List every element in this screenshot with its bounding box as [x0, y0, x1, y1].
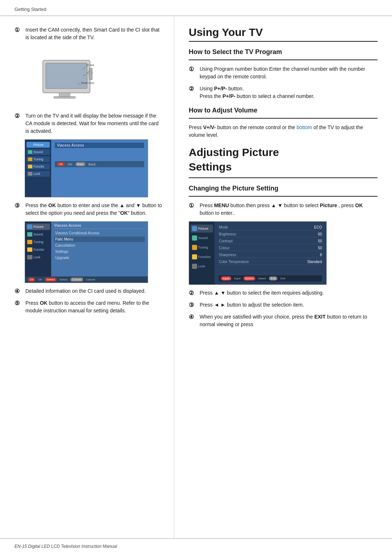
right-step-3-3: ③ Press ◄ ► button to adjust the selecti… [189, 301, 377, 309]
r-step3-2-text: Press ▲ ▼ button to select the item requ… [200, 290, 324, 296]
menu-sidebar-1: Picture Sound Tuning Functio [25, 140, 51, 197]
pic-row-contrast: Contrast 50 [219, 238, 322, 244]
right-step-3-1: ① Press MENU button.then press ▲ ▼ butto… [189, 202, 377, 217]
vv-bold: V+/V- [203, 124, 216, 130]
mf-sound-icon [27, 232, 32, 237]
picture-bold: Picture [320, 202, 337, 208]
footer-text: EN-15 Digital LED LCD Television Instruc… [15, 544, 117, 549]
step-num-2: ② [15, 112, 23, 119]
mf-lock-icon [27, 255, 32, 259]
r-step3-3-text: Press ◄ ► button to adjust the selection… [200, 302, 304, 308]
svg-rect-12 [89, 75, 90, 78]
menu-screenshot-2: Picture Sound Tuning Functio [25, 221, 148, 283]
mf-tuning-icon [27, 240, 32, 244]
left-step-5: ⑤ Press OK button to access the card men… [15, 299, 162, 315]
tuning-icon-1 [28, 157, 32, 161]
page-container: Getting Started ① Insert the CAM correct… [0, 0, 392, 554]
pic-row-color-temp: Color Temperature Standard [219, 259, 322, 265]
menu-item-sound-1: Sound [26, 149, 50, 155]
pp-bold-2: P+/P- [222, 93, 235, 99]
bottom-link[interactable]: bottom [297, 124, 312, 130]
mf-row-2: Palic Menu [54, 237, 145, 242]
mf-func-icon [27, 247, 32, 252]
breadcrumb-text: Getting Started [15, 7, 46, 12]
section2-title2: Settings [189, 161, 377, 173]
mf-row-3: Cancellation [54, 243, 145, 248]
left-step-2: ② Turn on the TV and it will display the… [15, 112, 162, 135]
step-content-4: Detailed information on the CI card used… [25, 287, 162, 295]
breadcrumb: Getting Started [0, 0, 392, 16]
pic-sidebar-func: Function [191, 253, 213, 261]
right-step-3-4: ④ When you are satisfied with your choic… [189, 313, 377, 328]
ok-bold-3b: OK [120, 210, 128, 216]
tv-diagram-container: CI Slot CAM Smart Card [25, 46, 162, 108]
step4-text: Detailed information on the CI card used… [25, 288, 146, 294]
pic-row-sharpness: Sharpness 8 [219, 252, 322, 258]
r-step-content-3-1: Press MENU button.then press ▲ ▼ button … [200, 202, 377, 217]
svg-rect-1 [46, 63, 87, 89]
menu-full-inner: Picture Sound Tuning Functio [25, 222, 148, 276]
menu-item-func-1: Functio [26, 164, 50, 169]
r-step1-text: Using Program number button Enter the ch… [200, 66, 365, 79]
step-num-3: ③ [15, 202, 23, 209]
exit-btn: Exit [269, 276, 277, 280]
left-column: ① Insert the CAM correctly, then Smart C… [0, 16, 174, 538]
subsection3-title: Changing the Picture Setting [189, 185, 377, 192]
r-step-num-3-3: ③ [189, 301, 197, 308]
pic-func-icon [192, 254, 197, 259]
mf-picture: Picture [26, 223, 50, 230]
menu-item-picture-1: Picture [26, 142, 50, 148]
step-content-3: Press the OK button to enter and use the… [25, 202, 162, 217]
ok-bold-3: OK [48, 202, 56, 208]
left-step-3: ③ Press the OK button to enter and use t… [15, 202, 162, 217]
volume-text: Press V+/V- button on the remote control… [189, 124, 377, 139]
mf-footer: Ok Ok Select Select Cancel Cancel [25, 276, 148, 283]
pic-picture-icon [192, 226, 197, 231]
step-num-5: ⑤ [15, 300, 23, 307]
main-content: ① Insert the CAM correctly, then Smart C… [0, 16, 392, 538]
svg-rect-10 [89, 68, 92, 80]
menu-footer-1: OK OK Back Back [55, 161, 144, 167]
pic-main: Mode ECO Brightness 60 Contrast 50 Colou… [215, 222, 326, 284]
r-step-num-2: ② [189, 85, 197, 92]
svg-rect-2 [59, 93, 70, 97]
pic-sidebar-lock: Lock [191, 262, 213, 270]
pic-row-mode: Mode ECO [219, 225, 322, 230]
step-num-4: ④ [15, 288, 23, 295]
ok-bold-5: OK [40, 300, 48, 306]
section2-title1: Adjusting Picture [189, 146, 377, 159]
menu-main-1: Viacess Access OK OK Back Back [51, 140, 148, 197]
r-step-num-1: ① [189, 66, 197, 73]
pic-sidebar-sound: Sound [191, 234, 213, 242]
right-step-3-2: ② Press ▲ ▼ button to select the item re… [189, 289, 377, 297]
mf-row-4: Settings [54, 249, 145, 254]
left-step-4: ④ Detailed information on the CI card us… [15, 287, 162, 295]
pic-sidebar-tuning: Tuning [191, 243, 213, 251]
subsection2-divider [189, 118, 377, 119]
svg-text:CI Slot: CI Slot [86, 64, 94, 66]
ok-btn-1: OK [57, 162, 65, 166]
r-step-content-3-2: Press ▲ ▼ button to select the item requ… [200, 289, 377, 297]
func-icon-1 [28, 165, 32, 168]
menu-bold: MENU [214, 202, 229, 208]
mf-row-1: Viacess Conditional Access [54, 230, 145, 236]
left-step-1: ① Insert the CAM correctly, then Smart C… [15, 26, 162, 41]
r-step-num-3-2: ② [189, 290, 197, 296]
pp-bold-1: P+/P- [214, 86, 227, 91]
right-step-1: ① Using Program number button Enter the … [189, 65, 377, 81]
step-content-5: Press OK button to access the card menu.… [25, 299, 162, 315]
mf-sidebar: Picture Sound Tuning Functio [25, 222, 51, 276]
r-step-num-3-4: ④ [189, 313, 197, 320]
picture-icon-1 [28, 143, 32, 147]
r-step-content-3-4: When you are satisfied with your choice,… [200, 313, 377, 328]
mf-main: Viacess Access Viacess Conditional Acces… [51, 222, 148, 276]
mf-func: Functio [26, 246, 50, 253]
select-btn-2: Select [45, 278, 56, 282]
step1-text: Insert the CAM correctly, then Smart Car… [25, 27, 159, 40]
ok-btn-2: Ok [28, 278, 35, 282]
mf-lock: Lock [26, 254, 50, 260]
step-content-2: Turn on the TV and it will display the b… [25, 112, 162, 135]
section1-divider [189, 41, 377, 42]
r-step-content-3-3: Press ◄ ► button to adjust the selection… [200, 301, 377, 309]
step-num-1: ① [15, 26, 23, 33]
